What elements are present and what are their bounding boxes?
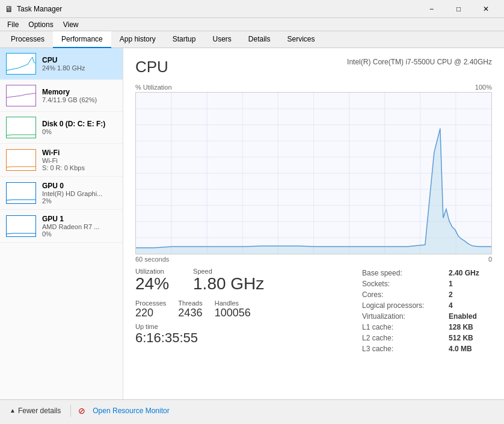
- cores-value: 2: [446, 289, 492, 300]
- sidebar-item-memory[interactable]: Memory 7.4/11.9 GB (62%): [0, 80, 123, 112]
- base-speed-value: 2.40 GHz: [446, 268, 492, 278]
- l3-cache-label: L3 cache:: [360, 343, 446, 354]
- memory-label: Memory: [42, 88, 117, 96]
- graph-x-start: 60 seconds: [135, 256, 169, 263]
- memory-thumbnail: [6, 85, 36, 106]
- utilization-block: Utilization 24%: [135, 268, 169, 293]
- open-resource-monitor-link[interactable]: Open Resource Monitor: [93, 407, 169, 415]
- l1-cache-label: L1 cache:: [360, 322, 446, 333]
- gpu1-info: GPU 1 AMD Radeon R7 ... 0%: [42, 215, 117, 238]
- graph-y-max: 100%: [475, 84, 492, 91]
- detail-subtitle: Intel(R) Core(TM) i7-5500U CPU @ 2.40GHz: [347, 58, 492, 66]
- stats-section: Utilization 24% Speed 1.80 GHz Processes…: [135, 268, 264, 354]
- cpu-graph-svg: [136, 93, 491, 254]
- l2-cache-value: 512 KB: [446, 333, 492, 343]
- sockets-label: Sockets:: [360, 278, 446, 289]
- title-bar-left: 🖥 Task Manager: [5, 4, 62, 14]
- uptime-value: 6:16:35:55: [135, 330, 264, 346]
- tab-startup[interactable]: Startup: [164, 31, 204, 48]
- wifi-label: Wi-Fi: [42, 149, 117, 157]
- secondary-stats: Processes 220 Threads 2436 Handles 10005…: [135, 300, 264, 319]
- tab-performance[interactable]: Performance: [53, 31, 111, 48]
- cores-label: Cores:: [360, 289, 446, 300]
- graph-container: [135, 92, 492, 254]
- gpu0-thumbnail: [6, 182, 36, 204]
- graph-x-end: 0: [488, 256, 492, 263]
- gpu0-name: Intel(R) HD Graphi...: [42, 190, 117, 197]
- processes-label: Processes: [135, 300, 166, 307]
- primary-stats: Utilization 24% Speed 1.80 GHz: [135, 268, 264, 293]
- sidebar: CPU 24% 1.80 GHz Memory 7.4/11.9 GB (62%…: [0, 48, 123, 399]
- detail-title: CPU: [135, 58, 168, 76]
- fewer-details-label: Fewer details: [18, 407, 61, 415]
- sidebar-item-disk0[interactable]: Disk 0 (D: C: E: F:) 0%: [0, 112, 123, 144]
- l1-cache-value: 128 KB: [446, 322, 492, 333]
- graph-area: % Utilization 100%: [135, 84, 492, 263]
- wifi-thumbnail: [6, 149, 36, 171]
- logical-processors-label: Logical processors:: [360, 300, 446, 311]
- l3-cache-value: 4.0 MB: [446, 343, 492, 354]
- uptime-block: Up time 6:16:35:55: [135, 323, 264, 346]
- tab-app-history[interactable]: App history: [111, 31, 164, 48]
- chevron-up-icon: ▲: [10, 407, 16, 414]
- gpu0-stats: 2%: [42, 197, 117, 204]
- tab-processes[interactable]: Processes: [2, 31, 53, 48]
- sidebar-item-wifi[interactable]: Wi-Fi Wi-Fi S: 0 R: 0 Kbps: [0, 144, 123, 177]
- app-icon: 🖥: [5, 4, 13, 14]
- gpu1-name: AMD Radeon R7 ...: [42, 223, 117, 230]
- menu-file[interactable]: File: [2, 19, 23, 30]
- virtualization-value: Enabled: [446, 311, 492, 322]
- title-bar: 🖥 Task Manager − □ ✕: [0, 0, 504, 18]
- gpu0-info: GPU 0 Intel(R) HD Graphi... 2%: [42, 182, 117, 204]
- title-bar-controls: − □ ✕: [418, 0, 499, 18]
- app-title: Task Manager: [17, 5, 62, 13]
- base-speed-label: Base speed:: [360, 268, 446, 278]
- handles-block: Handles 100056: [215, 300, 251, 319]
- close-button[interactable]: ✕: [472, 0, 499, 18]
- threads-block: Threads 2436: [178, 300, 202, 319]
- tab-users[interactable]: Users: [204, 31, 239, 48]
- gpu1-label: GPU 1: [42, 215, 117, 223]
- graph-labels-bottom: 60 seconds 0: [135, 256, 492, 263]
- tab-details[interactable]: Details: [240, 31, 279, 48]
- speed-value: 1.80 GHz: [193, 275, 264, 293]
- disk0-label: Disk 0 (D: C: E: F:): [42, 120, 117, 128]
- disk0-thumbnail: [6, 117, 36, 138]
- separator: [70, 405, 71, 417]
- menu-view[interactable]: View: [58, 19, 84, 30]
- virtualization-label: Virtualization:: [360, 311, 446, 322]
- bottom-bar: ▲ Fewer details ⊘ Open Resource Monitor: [0, 399, 504, 421]
- threads-value: 2436: [178, 307, 202, 319]
- handles-label: Handles: [215, 300, 251, 307]
- l2-cache-label: L2 cache:: [360, 333, 446, 343]
- gpu0-label: GPU 0: [42, 182, 117, 190]
- tab-services[interactable]: Services: [279, 31, 324, 48]
- menu-bar: File Options View: [0, 18, 504, 31]
- sidebar-item-gpu1[interactable]: GPU 1 AMD Radeon R7 ... 0%: [0, 210, 123, 243]
- minimize-button[interactable]: −: [418, 0, 445, 18]
- wifi-name: Wi-Fi: [42, 157, 117, 164]
- maximize-button[interactable]: □: [445, 0, 472, 18]
- fewer-details-button[interactable]: ▲ Fewer details: [7, 405, 63, 416]
- detail-header: CPU Intel(R) Core(TM) i7-5500U CPU @ 2.4…: [135, 58, 492, 76]
- sidebar-item-cpu[interactable]: CPU 24% 1.80 GHz: [0, 48, 123, 80]
- wifi-stats: S: 0 R: 0 Kbps: [42, 164, 117, 171]
- uptime-label: Up time: [135, 323, 264, 330]
- disk0-info: Disk 0 (D: C: E: F:) 0%: [42, 120, 117, 135]
- graph-y-label: % Utilization: [135, 84, 172, 91]
- memory-stats: 7.4/11.9 GB (62%): [42, 96, 117, 103]
- sidebar-item-gpu0[interactable]: GPU 0 Intel(R) HD Graphi... 2%: [0, 177, 123, 210]
- main-content: CPU 24% 1.80 GHz Memory 7.4/11.9 GB (62%…: [0, 48, 504, 399]
- warning-icon: ⊘: [78, 406, 85, 416]
- menu-options[interactable]: Options: [23, 19, 58, 30]
- wifi-info: Wi-Fi Wi-Fi S: 0 R: 0 Kbps: [42, 149, 117, 171]
- cpu-label: CPU: [42, 56, 117, 64]
- detail-panel: CPU Intel(R) Core(TM) i7-5500U CPU @ 2.4…: [123, 48, 504, 399]
- memory-info: Memory 7.4/11.9 GB (62%): [42, 88, 117, 103]
- utilization-value: 24%: [135, 275, 169, 293]
- processes-value: 220: [135, 307, 166, 319]
- cpu-thumbnail: [6, 53, 36, 75]
- cpu-stats: 24% 1.80 GHz: [42, 64, 117, 72]
- handles-value: 100056: [215, 307, 251, 319]
- graph-labels-top: % Utilization 100%: [135, 84, 492, 91]
